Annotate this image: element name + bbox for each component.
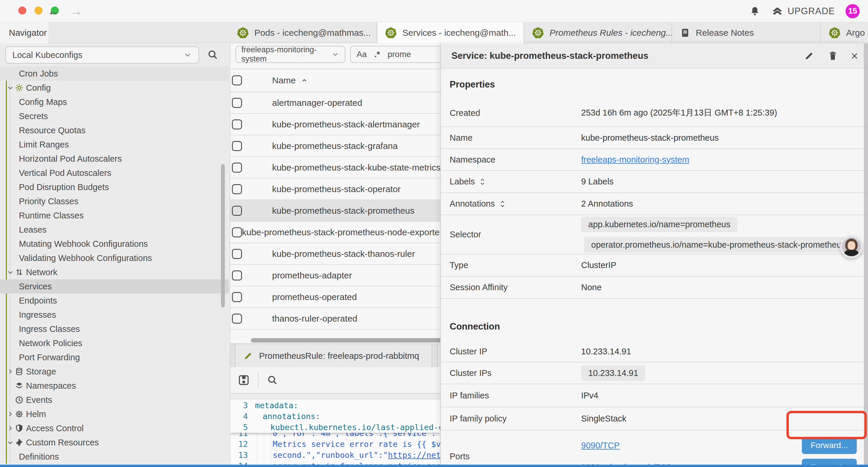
yaml-editor[interactable]: 110","for":"4m","labels":{"service":"12M…: [230, 400, 440, 465]
horizontal-scrollbar[interactable]: [251, 338, 440, 343]
save-icon[interactable]: [237, 374, 250, 387]
back-arrow-icon[interactable]: ←: [47, 3, 60, 19]
upgrade-label: UPGRADE: [788, 6, 835, 17]
table-row-kube-prometheus-stack-kube-state-metrics[interactable]: kube-prometheus-stack-kube-state-metrics: [230, 157, 440, 178]
window-minimize-button[interactable]: [35, 6, 42, 14]
delete-icon[interactable]: [828, 51, 838, 61]
namespace-select[interactable]: freeleaps-monitoring-system: [236, 46, 345, 63]
regex-toggle[interactable]: .*: [374, 50, 380, 59]
select-all-checkbox[interactable]: [232, 76, 242, 85]
table-row-prometheus-operated[interactable]: prometheus-operated: [230, 286, 440, 308]
sidebar-item-network[interactable]: Network: [0, 265, 229, 279]
upgrade-button[interactable]: UPGRADE: [771, 5, 835, 17]
sidebar-item-cron-jobs[interactable]: Cron Jobs: [0, 66, 229, 81]
chevron-right-icon[interactable]: [6, 425, 14, 432]
tab-prometheus-rules-icecheng[interactable]: Prometheus Rules - icecheng...: [525, 22, 672, 43]
sidebar-item-ingresses[interactable]: Ingresses: [0, 308, 229, 322]
edit-icon[interactable]: [804, 51, 814, 61]
row-checkbox[interactable]: [232, 292, 242, 302]
chevron-right-icon[interactable]: [6, 410, 14, 418]
tab-services-icecheng-math[interactable]: Services - icecheng@math...×: [378, 22, 524, 43]
sidebar-item-runtime-classes[interactable]: Runtime Classes: [0, 208, 229, 223]
sidebar-item-mutating-webhook-configurations[interactable]: Mutating Webhook Configurations: [0, 237, 229, 251]
row-checkbox[interactable]: [232, 184, 242, 194]
filter-input[interactable]: Aa .* prome: [350, 46, 440, 63]
sidebar-scrollbar[interactable]: [221, 164, 225, 308]
line-number: 3: [230, 401, 248, 410]
editor-search-icon[interactable]: [266, 374, 279, 386]
sort-toggle-icon[interactable]: [499, 200, 506, 208]
match-case-toggle[interactable]: Aa: [356, 50, 367, 59]
sidebar-item-leases[interactable]: Leases: [0, 223, 229, 237]
row-checkbox[interactable]: [232, 314, 242, 324]
port-link[interactable]: 8080:reloader-web/TCP: [581, 463, 672, 465]
sidebar-item-pod-disruption-budgets[interactable]: Pod Disruption Budgets: [0, 180, 229, 194]
sidebar-item-vertical-pod-autoscalers[interactable]: Vertical Pod Autoscalers: [0, 166, 229, 180]
sidebar-item-port-forwarding[interactable]: Port Forwarding: [0, 350, 229, 364]
sidebar-item-events[interactable]: Events: [0, 393, 229, 407]
editor-tab-partial[interactable]: [437, 344, 440, 368]
table-row-kube-prometheus-stack-alertmanager[interactable]: kube-prometheus-stack-alertmanager: [230, 114, 440, 135]
row-checkbox[interactable]: [232, 249, 242, 259]
forward-button[interactable]: Forward...: [802, 437, 857, 454]
table-row-alertmanager-operated[interactable]: alertmanager-operated: [230, 92, 440, 114]
row-checkbox[interactable]: [232, 119, 242, 129]
forward-button[interactable]: Forward...: [802, 459, 857, 465]
window-close-button[interactable]: [18, 6, 26, 14]
sidebar-item-label: Horizontal Pod Autoscalers: [19, 154, 122, 164]
search-icon[interactable]: [207, 49, 219, 61]
namespace-link[interactable]: freeleaps-monitoring-system: [581, 155, 689, 165]
sidebar-item-custom-resources[interactable]: Custom Resources: [0, 435, 229, 449]
sidebar-item-resource-quotas[interactable]: Resource Quotas: [0, 123, 229, 138]
row-checkbox[interactable]: [232, 227, 242, 237]
sidebar-item-storage[interactable]: Storage: [0, 364, 229, 379]
sidebar-item-validating-webhook-configurations[interactable]: Validating Webhook Configurations: [0, 251, 229, 265]
sidebar-item-services[interactable]: Services: [0, 279, 229, 293]
table-row-kube-prometheus-stack-thanos-ruler[interactable]: kube-prometheus-stack-thanos-ruler: [230, 243, 440, 265]
chevron-down-icon[interactable]: [6, 84, 14, 92]
sidebar-item-network-policies[interactable]: Network Policies: [0, 336, 229, 350]
sidebar-item-config[interactable]: Config: [0, 81, 229, 95]
sort-toggle-icon[interactable]: [479, 177, 486, 186]
tab-pods-icecheng-mathmas[interactable]: Pods - icecheng@mathmas...: [229, 22, 377, 43]
sidebar-item-horizontal-pod-autoscalers[interactable]: Horizontal Pod Autoscalers: [0, 152, 229, 166]
tab-argo-se[interactable]: Argo Se: [821, 22, 868, 43]
sidebar-item-config-maps[interactable]: Config Maps: [0, 95, 229, 109]
navigator-panel-tab[interactable]: Navigator: [0, 22, 49, 43]
notification-count-badge[interactable]: 15: [845, 4, 860, 18]
row-checkbox[interactable]: [232, 163, 242, 173]
port-link[interactable]: 9090/TCP: [581, 441, 620, 450]
chevron-down-icon[interactable]: [6, 439, 14, 446]
table-row-kube-prometheus-stack-grafana[interactable]: kube-prometheus-stack-grafana: [230, 135, 440, 157]
table-row-kube-prometheus-stack-operator[interactable]: kube-prometheus-stack-operator: [230, 178, 440, 200]
bell-icon[interactable]: [749, 5, 761, 17]
forward-arrow-icon[interactable]: →: [70, 3, 83, 19]
chevron-right-icon[interactable]: [6, 368, 14, 375]
sidebar-item-label: Namespaces: [26, 381, 76, 391]
row-checkbox[interactable]: [232, 98, 242, 108]
user-avatar[interactable]: [840, 235, 863, 258]
sidebar-item-access-control[interactable]: Access Control: [0, 421, 229, 435]
kubeconfig-select[interactable]: Local Kubeconfigs: [5, 47, 199, 63]
row-checkbox[interactable]: [232, 141, 242, 151]
table-row-kube-prometheus-stack-prometheus-node-exporter[interactable]: kube-prometheus-stack-prometheus-node-ex…: [230, 222, 440, 243]
close-icon[interactable]: ×: [851, 50, 858, 62]
editor-tab-prometheusrule-freeleaps-prod-rabbitmq[interactable]: PrometheusRule: freeleaps-prod-rabbitmq: [235, 344, 432, 368]
table-row-kube-prometheus-stack-prometheus[interactable]: kube-prometheus-stack-prometheus: [230, 200, 440, 222]
row-checkbox[interactable]: [232, 206, 242, 216]
sidebar-item-definitions[interactable]: Definitions: [0, 449, 229, 464]
table-row-thanos-ruler-operated[interactable]: thanos-ruler-operated: [230, 308, 440, 329]
chevron-down-icon[interactable]: [6, 268, 14, 276]
row-checkbox[interactable]: [232, 270, 242, 281]
tab-release-notes[interactable]: Release Notes: [673, 22, 821, 43]
detail-scrollbar[interactable]: [864, 43, 868, 465]
sidebar-item-helm[interactable]: Helm: [0, 407, 229, 421]
sidebar-item-namespaces[interactable]: Namespaces: [0, 379, 229, 393]
sidebar-item-endpoints[interactable]: Endpoints: [0, 293, 229, 308]
sidebar-item-secrets[interactable]: Secrets: [0, 109, 229, 123]
name-column-header[interactable]: Name: [272, 76, 308, 85]
table-row-prometheus-adapter[interactable]: prometheus-adapter: [230, 265, 440, 286]
sidebar-item-limit-ranges[interactable]: Limit Ranges: [0, 138, 229, 152]
sidebar-item-priority-classes[interactable]: Priority Classes: [0, 194, 229, 208]
sidebar-item-ingress-classes[interactable]: Ingress Classes: [0, 322, 229, 336]
